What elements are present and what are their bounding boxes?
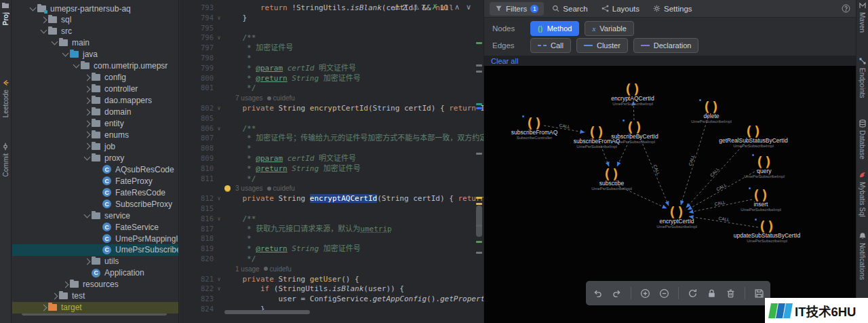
graph-node-encryptaqcertid[interactable]: ()encryptAQCertIdUmePsrSubscribeImpl [592, 83, 673, 107]
author-hint[interactable]: cuidefu [267, 94, 295, 102]
chevron-right-icon[interactable] [39, 305, 48, 310]
chevron-right-icon[interactable] [82, 75, 92, 80]
tree-item-job[interactable]: job [12, 140, 178, 152]
fold-marker[interactable]: ∨ [214, 214, 224, 224]
zoom-in-button[interactable] [640, 288, 650, 299]
zoom-out-button[interactable] [659, 288, 669, 299]
graph-node-subscribebycertid[interactable]: ()subscribeByCertIdUmePsrSubscribeImpl [594, 121, 675, 145]
tree-item-utils[interactable]: utils [12, 256, 178, 267]
graph-node-query[interactable]: ()queryUmePsrSubscribeImpl [724, 155, 805, 179]
graph-tab-filters[interactable]: Filters1 [490, 2, 544, 16]
tree-item-proxy[interactable]: proxy [12, 152, 178, 164]
graph-tab-settings[interactable]: Settings [648, 2, 698, 16]
tree-item-fateservice[interactable]: CFateService [12, 221, 178, 233]
tree-item-java[interactable]: java [12, 49, 178, 60]
tool-window-button-database[interactable]: Database [856, 119, 868, 159]
tree-item-sql[interactable]: sql [12, 14, 178, 26]
tree-item-entity[interactable]: entity [12, 118, 178, 130]
tool-window-button-notifications[interactable]: Notifications [856, 232, 868, 280]
chevron-right-icon[interactable] [82, 259, 92, 264]
typos-count[interactable]: ✗10 [431, 3, 448, 12]
chevron-down-icon[interactable] [28, 7, 37, 10]
inspection-widget[interactable]: ⚠2⚠7✗10∧∨ [393, 3, 471, 12]
graph-node-updatesubstatusbycertid[interactable]: ()updateSubStatusByCertIdUmePsrSubscribe… [726, 220, 808, 244]
graph-tab-search[interactable]: Search [547, 2, 593, 16]
tree-item-resources[interactable]: resources [12, 279, 178, 290]
chevron-right-icon[interactable] [50, 294, 59, 299]
fold-marker[interactable]: ∨ [214, 33, 224, 43]
fold-marker[interactable]: ∨ [214, 103, 224, 113]
tree-item-com-umetrip-umepsr[interactable]: com.umetrip.umepsr [12, 60, 178, 72]
graph-canvas[interactable]: CALLCALLCALLCALLCALLCALLCALL ()subscribe… [484, 66, 856, 323]
tool-window-button-endpoints[interactable]: Endpoints [856, 57, 868, 98]
tool-window-button-mybatis-sql[interactable]: Mybatis Sql [856, 171, 868, 217]
tree-item-umepsr-partnersub-aq[interactable]: umepsr-partnersub-aq [12, 3, 178, 14]
undo-button[interactable] [593, 288, 603, 299]
tool-window-button-maven[interactable]: Maven [856, 1, 868, 33]
warnings-count[interactable]: ⚠2 [393, 3, 406, 12]
chevron-down-icon[interactable] [39, 30, 48, 33]
chevron-right-icon[interactable] [82, 110, 92, 115]
refresh-button[interactable] [688, 288, 698, 299]
tree-item-controller[interactable]: controller [12, 83, 178, 95]
trash-button[interactable] [726, 288, 736, 299]
intention-bulb-icon[interactable] [224, 185, 231, 191]
fold-marker[interactable]: ∨ [214, 193, 224, 204]
tree-item-subscribeproxy[interactable]: CSubscribeProxy [12, 198, 178, 210]
chevron-right-icon[interactable] [82, 98, 92, 103]
graph-node-delete[interactable]: ()deleteUmePsrSubscribeImpl [671, 100, 752, 124]
edge-filter-call[interactable]: Call [530, 38, 571, 53]
chevron-down-icon[interactable] [60, 53, 70, 56]
tree-item-aqsubrescode[interactable]: CAQsubResCode [12, 164, 178, 175]
prev-problem-icon[interactable]: ∧ [454, 3, 460, 12]
editor-vscrollbar[interactable] [476, 206, 482, 237]
tree-item-dao-mappers[interactable]: dao.mappers [12, 95, 178, 107]
chevron-right-icon[interactable] [82, 87, 92, 92]
chevron-down-icon[interactable] [71, 64, 81, 67]
weak-warnings-count[interactable]: ⚠7 [412, 3, 425, 12]
tree-item-domain[interactable]: domain [12, 107, 178, 118]
next-problem-icon[interactable]: ∨ [466, 3, 471, 12]
tree-item-config[interactable]: config [12, 72, 178, 83]
tree-item-faterescode[interactable]: CFateResCode [12, 187, 178, 198]
chevron-right-icon[interactable] [82, 121, 92, 126]
usages-hint[interactable]: 7 usages [235, 94, 263, 102]
chevron-right-icon[interactable] [60, 282, 70, 287]
fold-marker[interactable]: ∨ [214, 274, 224, 284]
tree-item-enums[interactable]: enums [12, 129, 178, 140]
edge-filter-declaration[interactable]: Declaration [633, 38, 699, 53]
tree-item-target[interactable]: target [12, 302, 178, 314]
node-filter-method[interactable]: ()Method [530, 21, 579, 36]
node-filter-variable[interactable]: xVariable [585, 21, 633, 36]
graph-tab-layouts[interactable]: Layouts [596, 2, 645, 16]
chevron-down-icon[interactable] [82, 214, 92, 217]
fold-marker[interactable]: ∨ [214, 124, 224, 134]
graph-node-subscribe[interactable]: ()subscribeUmePsrSubscribeImpl [571, 168, 652, 191]
chevron-right-icon[interactable] [39, 18, 48, 22]
error-stripe[interactable] [475, 0, 484, 323]
lock-button[interactable] [707, 288, 717, 299]
usages-hint[interactable]: 3 usages [235, 185, 263, 192]
tree-item-fateproxy[interactable]: CFateProxy [12, 175, 178, 187]
redo-button[interactable] [612, 288, 622, 299]
fold-marker[interactable]: ∨ [214, 284, 224, 294]
chevron-right-icon[interactable] [82, 144, 92, 149]
tree-item-main[interactable]: main [12, 37, 178, 49]
author-hint[interactable]: cuidefu [264, 265, 292, 273]
edge-filter-cluster[interactable]: Cluster [576, 38, 628, 53]
clear-all-link[interactable]: Clear all [491, 57, 518, 65]
chevron-down-icon[interactable] [50, 41, 59, 44]
tool-window-button-proj[interactable]: Proj [0, 1, 11, 25]
tree-item-umepsrsubscribein[interactable]: CUmePsrSubscribeIn [12, 244, 178, 256]
save-button[interactable] [754, 288, 764, 299]
help-icon[interactable] [842, 4, 850, 13]
graph-node-getrealsubstatusbycertid[interactable]: ()getRealSubStatusByCertIdUmePsrSubscrib… [713, 125, 794, 149]
code-editor[interactable]: 793 return !StringUtils.isBlank(certId) … [180, 0, 484, 323]
tree-item-src[interactable]: src [12, 26, 178, 37]
tree-item-test[interactable]: test [12, 290, 178, 302]
tree-item-umepsrmappingimp[interactable]: CUmePsrMappingImp [12, 233, 178, 244]
chevron-right-icon[interactable] [82, 132, 92, 137]
graph-node-encryptcertid[interactable]: ()encryptCertIdUmePsrSubscribeImpl [636, 206, 717, 229]
author-hint[interactable]: cuidefu [267, 185, 295, 192]
usages-hint[interactable]: 1 usage [235, 265, 260, 273]
